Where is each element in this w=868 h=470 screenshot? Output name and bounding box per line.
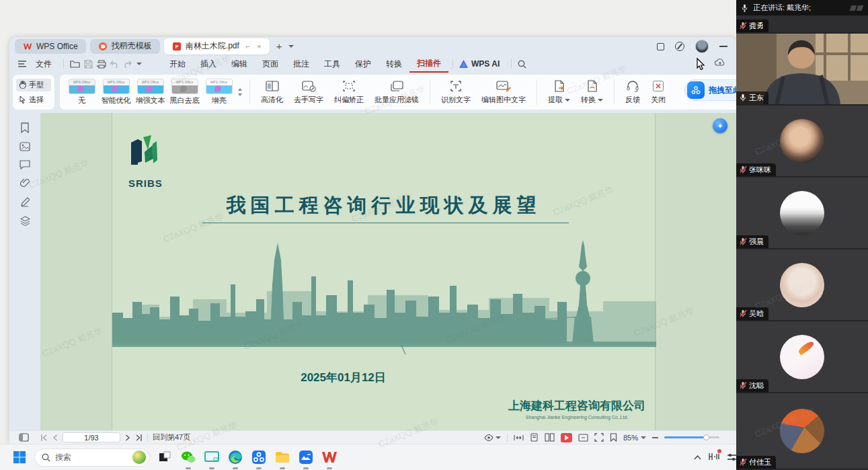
last-page-icon[interactable]	[135, 434, 143, 441]
sidebar-toggle-icon[interactable]	[19, 433, 29, 442]
open-folder-icon[interactable]	[70, 60, 80, 68]
participant-tile[interactable]: 沈聪	[736, 321, 868, 393]
restore-window-button[interactable]	[657, 43, 664, 50]
bookmark-flag-icon[interactable]	[610, 433, 617, 442]
floating-assistant-button[interactable]: ✦	[713, 118, 727, 133]
close-scan-button[interactable]: 关闭	[646, 79, 670, 105]
filter-none[interactable]: WPS Office 无	[65, 79, 98, 106]
minimize-button[interactable]	[719, 46, 727, 47]
convert-button[interactable]: 转换	[576, 79, 608, 105]
zoom-out-button[interactable]	[652, 437, 658, 438]
menu-insert[interactable]: 插入	[193, 56, 224, 72]
deskew-button[interactable]: 纠偏矫正	[329, 79, 368, 105]
participant-tile[interactable]: 龚勇	[736, 15, 868, 34]
filter-smart-optimize[interactable]: WPS Office 智能优化	[100, 79, 132, 106]
hd-enhance-button[interactable]: 高清化	[256, 79, 288, 105]
bookmark-icon[interactable]	[20, 122, 30, 133]
layers-icon[interactable]	[20, 216, 30, 226]
tray-expand-icon[interactable]	[694, 455, 701, 460]
fit-width-icon[interactable]	[514, 434, 524, 442]
gallery-scroll-arrows[interactable]	[238, 88, 242, 96]
menu-wps-ai[interactable]: WPS AI	[470, 57, 507, 71]
menu-annotate[interactable]: 批注	[286, 56, 317, 72]
tab-wps-office[interactable]: WPS Office	[15, 39, 86, 54]
menu-start[interactable]: 开始	[162, 56, 193, 72]
select-tool-button[interactable]: 选择	[16, 93, 51, 106]
new-tab-button[interactable]: +	[274, 40, 285, 52]
tab-list-dropdown-icon[interactable]	[288, 45, 294, 48]
fullscreen-icon[interactable]	[594, 433, 604, 442]
extract-dropdown-icon[interactable]	[565, 99, 570, 102]
filter-brighten[interactable]: WPS Office 增亮	[202, 79, 235, 106]
blue-docs-app[interactable]	[297, 448, 315, 466]
scroll-up-icon[interactable]	[238, 88, 242, 91]
next-page-icon[interactable]	[125, 434, 130, 441]
comment-icon[interactable]	[19, 160, 30, 169]
page-number-input[interactable]	[63, 432, 120, 442]
meeting-tray-icon[interactable]	[709, 451, 719, 463]
search-highlight-image[interactable]	[132, 451, 146, 464]
batch-filter-button[interactable]: 批量应用滤镜	[370, 79, 424, 105]
undo-icon[interactable]	[110, 61, 119, 68]
slideshow-play-button[interactable]	[561, 433, 572, 442]
wechat-app[interactable]	[180, 448, 197, 466]
history-dropdown-icon[interactable]	[136, 63, 142, 65]
search-icon[interactable]	[518, 60, 526, 69]
zoom-slider[interactable]	[664, 436, 719, 438]
zoom-slider-thumb[interactable]	[703, 434, 709, 440]
wps-app[interactable]	[321, 448, 338, 466]
hamburger-icon[interactable]	[18, 61, 26, 67]
feedback-button[interactable]: 反馈	[621, 79, 645, 105]
first-page-icon[interactable]	[40, 434, 48, 441]
edit-image-text-button[interactable]: 编辑图中文字	[477, 79, 530, 105]
redo-icon[interactable]	[123, 61, 132, 68]
tab-close-icon[interactable]: ×	[257, 42, 261, 50]
scroll-down-icon[interactable]	[238, 93, 242, 96]
menu-page[interactable]: 页面	[255, 56, 286, 72]
convert-dropdown-icon[interactable]	[598, 99, 603, 102]
participant-tile[interactable]: 付佳玉	[736, 393, 868, 469]
tab-document-pdf[interactable]: P 南林土木院.pdf ⌐ ×	[164, 38, 270, 54]
zoom-level-control[interactable]: 85%	[623, 434, 646, 442]
read-mode-button[interactable]	[484, 434, 501, 441]
menu-edit[interactable]: 编辑	[224, 56, 255, 72]
participant-tile[interactable]: 吴晗	[736, 249, 868, 321]
taskbar-search[interactable]: 搜索	[34, 448, 150, 467]
menu-protect[interactable]: 保护	[348, 56, 379, 72]
menu-file[interactable]: 文件	[28, 56, 59, 72]
annotate-pen-icon[interactable]	[20, 197, 30, 207]
participant-tile[interactable]: 王东	[736, 34, 868, 106]
filter-bw-clean[interactable]: WPS Office 黑白去底	[168, 79, 201, 106]
share-nodes-app[interactable]	[250, 448, 268, 466]
file-explorer[interactable]	[274, 448, 291, 466]
attachment-icon[interactable]	[20, 178, 30, 188]
back-to-page-link[interactable]: 回到第47页	[153, 432, 190, 442]
menu-scan[interactable]: 扫描件	[409, 56, 448, 73]
menu-tools[interactable]: 工具	[317, 56, 348, 72]
skin-settings-icon[interactable]	[675, 42, 684, 51]
extract-button[interactable]: 提取	[543, 79, 575, 105]
single-page-icon[interactable]	[530, 433, 539, 442]
hand-tool-button[interactable]: 手型	[16, 79, 51, 91]
settings-sliders-icon[interactable]	[727, 453, 737, 461]
tab-docer-templates[interactable]: 找稻壳模板	[90, 39, 160, 54]
read-mode-dropdown-icon[interactable]	[496, 436, 501, 439]
edge-browser[interactable]	[227, 448, 244, 466]
remove-handwriting-button[interactable]: 去手写字	[289, 79, 328, 105]
print-icon[interactable]	[97, 60, 106, 69]
start-button[interactable]	[11, 448, 28, 466]
screen-share-app[interactable]	[203, 448, 221, 466]
menu-convert[interactable]: 转换	[379, 56, 409, 72]
fit-page-icon[interactable]	[578, 434, 588, 442]
cloud-upload-icon[interactable]	[715, 58, 725, 67]
task-view-button[interactable]	[156, 448, 173, 466]
save-icon[interactable]	[84, 60, 93, 69]
image-panel-icon[interactable]	[19, 142, 30, 151]
document-canvas[interactable]: SRIBS 我国工程咨询行业现状及展望 2025年01月12日 上海建科工程咨询…	[40, 113, 737, 430]
tab-pin-icon[interactable]: ⌐	[246, 42, 250, 50]
participant-tile[interactable]: 张咪咪	[736, 106, 868, 178]
participant-tile[interactable]: 强晨	[736, 178, 868, 249]
zoom-dropdown-icon[interactable]	[641, 436, 646, 439]
filter-enhance-text[interactable]: WPS Office 增强文本	[134, 79, 167, 106]
account-avatar[interactable]	[695, 40, 709, 53]
